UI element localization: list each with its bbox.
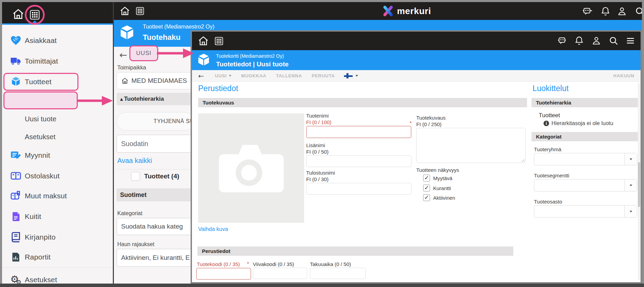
- sidebar-item-myynnit[interactable]: Myynnit: [2, 148, 113, 163]
- chevron-down-icon: [630, 211, 632, 212]
- product-name-counter: FI (0 / 100): [306, 119, 331, 125]
- tree-checkbox[interactable]: [131, 172, 140, 181]
- sidebar-item-kuitit[interactable]: Kuitit: [2, 209, 113, 224]
- description-textarea[interactable]: [416, 128, 526, 163]
- hierarchy-tree-root[interactable]: Tuotteet: [539, 112, 560, 119]
- hierarchy-section-header[interactable]: ▲ Tuotehierarkia: [117, 93, 194, 105]
- home-icon[interactable]: [197, 35, 209, 47]
- sidebar-item-uusi-tuote[interactable]: Uusi tuote: [2, 111, 113, 126]
- visibility-option-row[interactable]: Myytävä: [423, 175, 452, 181]
- search-icon[interactable]: [609, 36, 619, 46]
- product-department-select[interactable]: [534, 205, 637, 218]
- chatbot-icon[interactable]: [557, 36, 567, 46]
- product-name-input[interactable]: [306, 126, 411, 138]
- product-department-label: Tuoteosasto: [534, 199, 562, 205]
- customers-heart-icon: [10, 35, 22, 46]
- change-image-link[interactable]: Vaihda kuva: [198, 226, 228, 232]
- sidebar-item-toimittajat[interactable]: Toimittajat: [2, 54, 113, 69]
- categories-input[interactable]: Suodata hakua kateg: [117, 218, 194, 235]
- toolbar-cancel-button[interactable]: PERUUTA: [312, 73, 335, 78]
- categories-section-bar: Kategoriat: [532, 132, 638, 141]
- checkbox-checked-icon[interactable]: [423, 194, 430, 201]
- home-icon[interactable]: [119, 5, 130, 16]
- dropdown-button[interactable]: [624, 153, 637, 165]
- card-module-header: Tuotekortti (Mediamaestro2 Oy) Tuotetied…: [192, 50, 641, 70]
- sidebar-item-raportit[interactable]: Raportit: [2, 250, 113, 265]
- product-code-input[interactable]: [196, 268, 251, 280]
- location-value: MED MEDIAMAES: [131, 77, 187, 85]
- tree-item-row[interactable]: Tuotteet (4): [131, 172, 179, 181]
- warranty-input[interactable]: [310, 268, 366, 279]
- apps-grid-icon[interactable]: [214, 36, 224, 46]
- brand-name: merkuri: [397, 6, 431, 16]
- barcode-label: Viivakoodi (0 / 35): [253, 261, 294, 267]
- description-counter: FI (0 / 250): [416, 121, 441, 127]
- sidebar-item-asetukset[interactable]: ⚙⚙ Asetukset: [2, 272, 113, 284]
- sidebar-item-kirjanpito[interactable]: Kirjanpito: [2, 230, 113, 245]
- filters-section-header[interactable]: Suotimet: [117, 188, 194, 201]
- card-topbar: [192, 32, 641, 50]
- barcode-input[interactable]: [253, 268, 307, 279]
- user-profile-icon[interactable]: [617, 6, 627, 16]
- dropdown-button[interactable]: [624, 179, 637, 191]
- notifications-bell-icon[interactable]: [574, 36, 584, 46]
- required-asterisk: *: [247, 261, 249, 266]
- scrollbar-thumb[interactable]: [638, 162, 640, 207]
- vertical-scrollbar[interactable]: [638, 83, 640, 280]
- notifications-bell-icon[interactable]: [600, 6, 611, 16]
- restrictions-label: Haun rajaukset: [117, 241, 154, 247]
- location-label: Toimipaikka: [117, 65, 146, 71]
- basics-section-bar: Perustiedot: [197, 246, 513, 256]
- back-arrow-icon[interactable]: ←: [198, 72, 204, 80]
- product-box-icon: [118, 24, 136, 42]
- checkbox-checked-icon[interactable]: [423, 185, 430, 191]
- hamburger-menu-icon[interactable]: [626, 36, 635, 45]
- annotation-box-tuotteet: [3, 73, 78, 91]
- checkbox-checked-icon[interactable]: [423, 175, 430, 181]
- visibility-option-row[interactable]: Kurantti: [423, 185, 451, 191]
- dropdown-button[interactable]: [624, 206, 637, 217]
- open-all-link[interactable]: Avaa kaikki: [117, 157, 152, 165]
- collapse-icon: ▲: [120, 97, 123, 101]
- toolbar-edit-button[interactable]: MUOKKAA: [241, 73, 266, 78]
- back-arrow-icon[interactable]: ←: [119, 49, 127, 60]
- toolbar-to-search-button[interactable]: HAKUUN: [613, 73, 634, 78]
- filter-input[interactable]: Suodatin: [117, 135, 194, 153]
- sidebar-item-muut-maksut[interactable]: Muut maksut: [2, 188, 113, 203]
- toolbar-save-button[interactable]: TALLENNA: [276, 73, 302, 78]
- reports-chart-icon: [10, 252, 22, 263]
- alt-name-input[interactable]: [306, 155, 411, 167]
- clear-filters-button[interactable]: TYHJENNÄ SU: [117, 112, 194, 131]
- chevron-down-icon: [355, 75, 358, 77]
- location-select[interactable]: MED MEDIAMAES: [117, 72, 194, 89]
- language-selector[interactable]: [344, 73, 358, 79]
- panel-divider: [117, 169, 194, 169]
- visibility-option-row[interactable]: Aktiivinen: [423, 194, 455, 201]
- product-image-placeholder[interactable]: [198, 113, 304, 223]
- warranty-label: Takuuaika (0 / 50): [310, 261, 351, 267]
- chatbot-icon[interactable]: [582, 6, 592, 16]
- sidebar-item-asiakkaat[interactable]: Asiakkaat: [2, 33, 113, 48]
- required-asterisk: *: [410, 120, 412, 126]
- sidebar-topbar: [2, 2, 113, 25]
- print-name-input[interactable]: [306, 183, 411, 195]
- sidebar-item-asetukset-sub[interactable]: Asetukset: [2, 129, 113, 144]
- apps-grid-icon[interactable]: [135, 6, 145, 16]
- product-segment-select[interactable]: [534, 179, 637, 191]
- sidebar-divider: [2, 267, 113, 268]
- sidebar-item-ostolaskut[interactable]: Ostolaskut: [2, 168, 113, 184]
- restrictions-input[interactable]: Aktiivinen, Ei kurantti, E: [117, 249, 194, 267]
- product-group-label: Tuoteryhmä: [534, 146, 561, 152]
- product-group-select[interactable]: [534, 153, 637, 165]
- toolbar-new-button[interactable]: UUSI: [215, 73, 232, 78]
- brand-logo: merkuri: [382, 5, 431, 17]
- chevron-down-icon: [630, 158, 632, 160]
- new-product-button[interactable]: UUSI: [129, 45, 158, 61]
- info-icon: [544, 121, 549, 126]
- product-box-icon: [196, 53, 211, 68]
- purchase-invoices-icon: [10, 170, 22, 182]
- home-icon[interactable]: [12, 8, 25, 21]
- search-icon[interactable]: [635, 6, 642, 16]
- hierarchy-info-row: Hierarkitasoja ei ole luotu: [544, 120, 613, 126]
- user-profile-icon[interactable]: [591, 36, 601, 46]
